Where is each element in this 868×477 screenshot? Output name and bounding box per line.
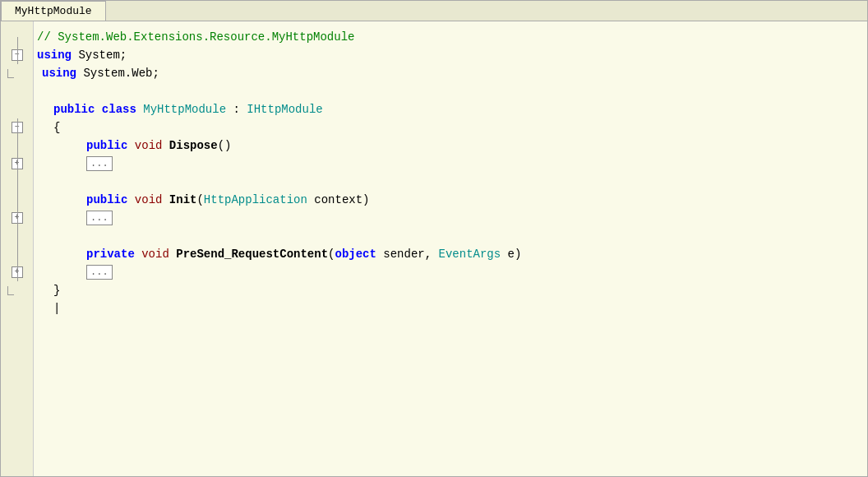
dispose-collapsed-line: ...: [86, 155, 861, 173]
cursor-line: |: [53, 299, 861, 317]
dispose-method-line: public void Dispose (): [86, 137, 861, 155]
presend-method-line: private void PreSend_RequestContent ( ob…: [86, 245, 861, 263]
blank-line-2: [37, 173, 861, 191]
expand-presend[interactable]: +: [1, 263, 33, 281]
class-declaration-line: public class MyHttpModule : IHttpModule: [53, 100, 861, 118]
blank-line-3: [37, 227, 861, 245]
comment-line: // System.Web.Extensions.Resource.MyHttp…: [37, 28, 861, 46]
expand-init[interactable]: +: [1, 209, 33, 227]
collapse-class-block[interactable]: −: [1, 118, 33, 137]
init-collapsed-line: ...: [86, 209, 861, 227]
close-brace-line: }: [53, 281, 861, 299]
dispose-collapsed-box[interactable]: ...: [86, 156, 113, 171]
using-systemweb-line: using System.Web;: [42, 64, 861, 82]
open-brace-line: {: [53, 118, 861, 137]
code-content[interactable]: // System.Web.Extensions.Resource.MyHttp…: [34, 21, 867, 476]
presend-collapsed-line: ...: [86, 263, 861, 281]
using-system-line: using System;: [37, 46, 861, 64]
expand-dispose[interactable]: +: [1, 155, 33, 173]
tab-bar: MyHttpModule: [1, 1, 867, 21]
init-collapsed-box[interactable]: ...: [86, 211, 113, 225]
collapse-using-block[interactable]: −: [1, 46, 33, 64]
presend-collapsed-box[interactable]: ...: [86, 265, 113, 280]
editor-window: MyHttpModule −: [0, 0, 868, 477]
file-tab[interactable]: MyHttpModule: [1, 1, 106, 21]
blank-line-1: [37, 82, 861, 100]
code-area: − − +: [1, 21, 867, 476]
init-method-line: public void Init ( HttpApplication conte…: [86, 191, 861, 209]
